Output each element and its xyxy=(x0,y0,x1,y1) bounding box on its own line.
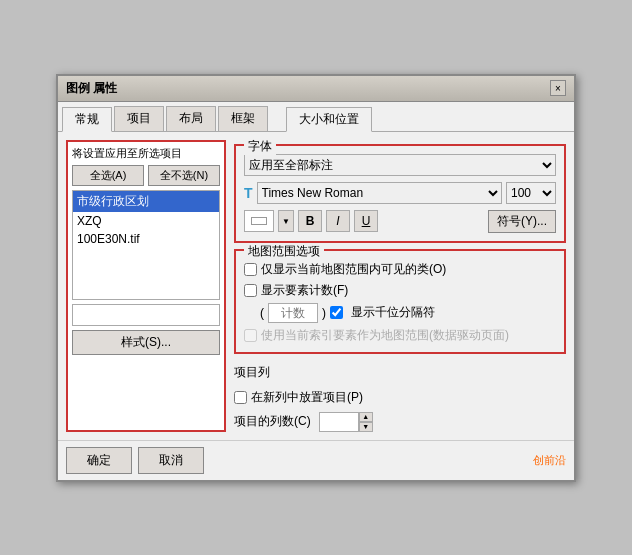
watermark: 创前沿 xyxy=(533,453,566,468)
list-item[interactable]: XZQ xyxy=(73,212,219,230)
left-text-input[interactable] xyxy=(72,304,220,326)
tab-items[interactable]: 项目 xyxy=(114,106,164,131)
tab-layout[interactable]: 布局 xyxy=(166,106,216,131)
dialog: 图例 属性 × 常规 项目 布局 框架 大小和位置 将设置应用至所选项目 全选(… xyxy=(56,74,576,482)
font-name-dropdown[interactable]: Times New Roman xyxy=(257,182,502,204)
count-right-paren: ) xyxy=(322,306,326,320)
select-all-button[interactable]: 全选(A) xyxy=(72,165,144,186)
underline-button[interactable]: U xyxy=(354,210,378,232)
left-panel-label: 将设置应用至所选项目 xyxy=(72,146,220,161)
spinner-input[interactable]: 1 xyxy=(319,412,359,432)
items-list[interactable]: 市级行政区划 XZQ 100E30N.tif xyxy=(72,190,220,300)
font-style-row: ▼ B I U 符号(Y)... xyxy=(244,210,556,233)
map-option2-label: 显示要素计数(F) xyxy=(261,282,348,299)
right-tab-bar: 大小和位置 xyxy=(286,106,374,131)
spinner-buttons: ▲ ▼ xyxy=(359,412,373,432)
title-bar: 图例 属性 × xyxy=(58,76,574,102)
count-row: ( ) 显示千位分隔符 xyxy=(260,303,556,323)
map-option3-row: 使用当前索引要素作为地图范围(数据驱动页面) xyxy=(244,327,556,344)
map-option2-row: 显示要素计数(F) xyxy=(244,282,556,299)
map-option3-label: 使用当前索引要素作为地图范围(数据驱动页面) xyxy=(261,327,509,344)
show-separator-label: 显示千位分隔符 xyxy=(351,304,435,321)
symbol-button[interactable]: 符号(Y)... xyxy=(488,210,556,233)
font-section-title: 字体 xyxy=(244,138,276,155)
dialog-footer: 确定 取消 创前沿 xyxy=(58,440,574,480)
tab-general[interactable]: 常规 xyxy=(62,107,112,132)
dialog-title: 图例 属性 xyxy=(66,80,117,97)
color-dropdown-arrow[interactable]: ▼ xyxy=(278,210,294,232)
italic-button[interactable]: I xyxy=(326,210,350,232)
items-count-label: 项目的列数(C) xyxy=(234,413,311,430)
font-section: 字体 应用至全部标注 T Times New Roman 100 xyxy=(234,144,566,243)
bold-button[interactable]: B xyxy=(298,210,322,232)
list-item[interactable]: 100E30N.tif xyxy=(73,230,219,248)
show-separator-checkbox[interactable] xyxy=(330,306,343,319)
list-item[interactable]: 市级行政区划 xyxy=(73,191,219,212)
map-options: 仅显示当前地图范围内可见的类(O) 显示要素计数(F) ( ) 显示千位分隔符 xyxy=(244,261,556,344)
map-option3-checkbox[interactable] xyxy=(244,329,257,342)
font-size-dropdown[interactable]: 100 xyxy=(506,182,556,204)
count-spinner: 1 ▲ ▼ xyxy=(319,412,373,432)
dialog-body: 将设置应用至所选项目 全选(A) 全不选(N) 市级行政区划 XZQ 100E3… xyxy=(58,132,574,440)
map-section: 地图范围选项 仅显示当前地图范围内可见的类(O) 显示要素计数(F) ( ) xyxy=(234,249,566,354)
count-input[interactable] xyxy=(268,303,318,323)
cancel-button[interactable]: 取消 xyxy=(138,447,204,474)
items-section: 项目列 在新列中放置项目(P) 项目的列数(C) 1 ▲ ▼ xyxy=(234,360,566,432)
items-option-checkbox[interactable] xyxy=(234,391,247,404)
items-option-row: 在新列中放置项目(P) xyxy=(234,389,566,406)
right-panel: 字体 应用至全部标注 T Times New Roman 100 xyxy=(234,140,566,432)
left-tab-bar: 常规 项目 布局 框架 xyxy=(62,106,270,131)
deselect-all-button[interactable]: 全不选(N) xyxy=(148,165,220,186)
color-indicator xyxy=(251,217,267,225)
spinner-up-button[interactable]: ▲ xyxy=(359,412,373,422)
font-apply-row: 应用至全部标注 xyxy=(244,154,556,176)
items-count-row: 项目的列数(C) 1 ▲ ▼ xyxy=(234,412,566,432)
map-option1-checkbox[interactable] xyxy=(244,263,257,276)
items-section-title: 项目列 xyxy=(234,364,566,381)
tab-frame[interactable]: 框架 xyxy=(218,106,268,131)
map-option1-label: 仅显示当前地图范围内可见的类(O) xyxy=(261,261,446,278)
select-buttons-row: 全选(A) 全不选(N) xyxy=(72,165,220,186)
count-left-paren: ( xyxy=(260,306,264,320)
spinner-down-button[interactable]: ▼ xyxy=(359,422,373,432)
confirm-button[interactable]: 确定 xyxy=(66,447,132,474)
font-name-row: T Times New Roman 100 xyxy=(244,182,556,204)
font-apply-dropdown[interactable]: 应用至全部标注 xyxy=(244,154,556,176)
style-button[interactable]: 样式(S)... xyxy=(72,330,220,355)
tab-size-position[interactable]: 大小和位置 xyxy=(286,107,372,132)
color-picker[interactable] xyxy=(244,210,274,232)
map-option1-row: 仅显示当前地图范围内可见的类(O) xyxy=(244,261,556,278)
map-section-title: 地图范围选项 xyxy=(244,243,324,260)
left-bottom: 样式(S)... xyxy=(72,304,220,355)
font-type-icon: T xyxy=(244,185,253,201)
close-button[interactable]: × xyxy=(550,80,566,96)
items-option-label: 在新列中放置项目(P) xyxy=(251,389,363,406)
left-panel: 将设置应用至所选项目 全选(A) 全不选(N) 市级行政区划 XZQ 100E3… xyxy=(66,140,226,432)
map-option2-checkbox[interactable] xyxy=(244,284,257,297)
